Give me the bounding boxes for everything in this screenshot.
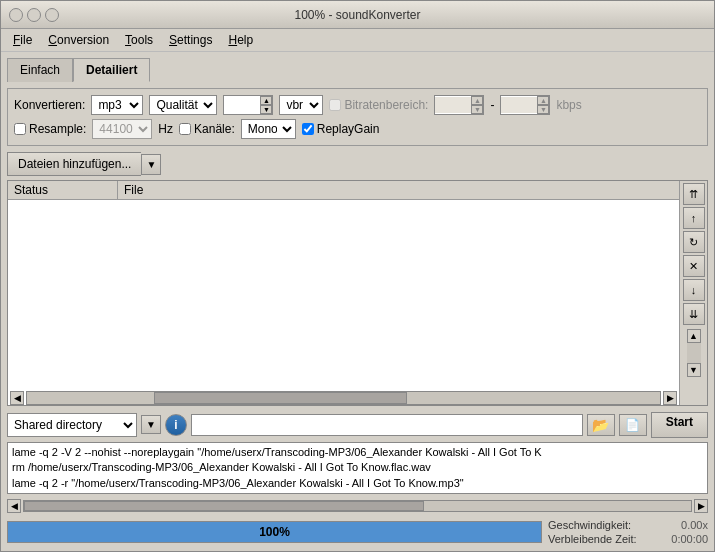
refresh-btn[interactable]: ↻	[683, 231, 705, 253]
tab-einfach[interactable]: Einfach	[7, 58, 73, 82]
move-down-btn[interactable]: ↓	[683, 279, 705, 301]
start-button[interactable]: Start	[651, 412, 708, 438]
bitratenbereich-label: Bitratenbereich:	[344, 98, 428, 112]
file-hscroll-left[interactable]: ◀	[10, 391, 24, 405]
log-hscroll-left[interactable]: ◀	[7, 499, 21, 513]
quality-select[interactable]: Qualität	[149, 95, 217, 115]
bitrate-max-up: ▲	[537, 96, 549, 105]
resample-checkbox[interactable]	[14, 123, 26, 135]
log-hscroll-row: ◀ ▶	[7, 499, 708, 513]
resample-label: Resample:	[29, 122, 86, 136]
konvertieren-row: Konvertieren: mp3 Qualität 75 ▲ ▼ vbr	[14, 95, 701, 115]
menu-bar: File Conversion Tools Settings Help	[1, 29, 714, 52]
replaygain-checkbox[interactable]	[302, 123, 314, 135]
menu-tools[interactable]: Tools	[117, 31, 161, 49]
folder-open-btn[interactable]: 📂	[587, 414, 615, 436]
shared-dir-select[interactable]: Shared directory	[7, 413, 137, 437]
file-btn[interactable]: 📄	[619, 414, 647, 436]
kanale-select[interactable]: Mono	[241, 119, 296, 139]
window-controls	[9, 8, 59, 22]
remaining-value: 0:00:00	[671, 533, 708, 545]
file-hscroll-right[interactable]: ▶	[663, 391, 677, 405]
file-vscroll-down[interactable]: ▼	[687, 363, 701, 377]
file-hscrollbar[interactable]	[26, 391, 661, 405]
file-list-body	[8, 200, 679, 391]
quality-down-btn[interactable]: ▼	[260, 105, 272, 114]
file-vscroll-track	[687, 343, 701, 363]
konvertieren-label: Konvertieren:	[14, 98, 85, 112]
menu-file[interactable]: File	[5, 31, 40, 49]
dir-path-input[interactable]: /home/userx/Transcoding-MP3	[191, 414, 583, 436]
bitratenbereich-checkbox[interactable]	[329, 99, 341, 111]
kanale-label: Kanäle:	[194, 122, 235, 136]
bitrate-min-input: 64	[435, 97, 471, 113]
file-icon: 📄	[625, 418, 640, 432]
progress-row: 100% Geschwindigkeit: 0.00x Verbleibende…	[7, 519, 708, 545]
folder-icon: 📂	[592, 417, 609, 433]
stats-block: Geschwindigkeit: 0.00x Verbleibende Zeit…	[548, 519, 708, 545]
remove-btn[interactable]: ✕	[683, 255, 705, 277]
bitrate-max-input: 192	[501, 97, 537, 113]
col-status-header: Status	[8, 181, 118, 199]
minimize-btn[interactable]	[27, 8, 41, 22]
shared-dir-dropdown-btn[interactable]: ▼	[141, 415, 161, 434]
bitrate-max-btns: ▲ ▼	[537, 96, 549, 114]
move-up-btn[interactable]: ↑	[683, 207, 705, 229]
add-files-dropdown-btn[interactable]: ▼	[141, 154, 161, 175]
file-list-side-buttons: ⇈ ↑ ↻ ✕ ↓ ⇊ ▲ ▼	[679, 181, 707, 405]
log-hscrollbar[interactable]	[23, 500, 692, 512]
settings-panel: Konvertieren: mp3 Qualität 75 ▲ ▼ vbr	[7, 88, 708, 146]
file-list: Status File ◀ ▶	[8, 181, 679, 405]
speed-value: 0.00x	[681, 519, 708, 531]
spinbox-buttons: ▲ ▼	[260, 96, 272, 114]
speed-row: Geschwindigkeit: 0.00x	[548, 519, 708, 531]
hz-label: Hz	[158, 122, 173, 136]
col-file-header: File	[118, 181, 679, 199]
file-list-header: Status File	[8, 181, 679, 200]
quality-spinbox[interactable]: 75 ▲ ▼	[223, 95, 273, 115]
remaining-row: Verbleibende Zeit: 0:00:00	[548, 533, 708, 545]
bitrate-max-down: ▼	[537, 105, 549, 114]
log-area: lame -q 2 -V 2 --nohist --noreplaygain "…	[7, 442, 708, 494]
vbr-select[interactable]: vbr	[279, 95, 323, 115]
log-scrollbar-thumb	[24, 501, 424, 511]
speed-label: Geschwindigkeit:	[548, 519, 631, 531]
move-top-btn[interactable]: ⇈	[683, 183, 705, 205]
resample-row: Resample: 44100 Hz Kanäle: Mono ReplayGa…	[14, 119, 701, 139]
main-window: 100% - soundKonverter File Conversion To…	[0, 0, 715, 552]
log-hscroll-right[interactable]: ▶	[694, 499, 708, 513]
quality-up-btn[interactable]: ▲	[260, 96, 272, 105]
format-select[interactable]: mp3	[91, 95, 143, 115]
log-line-1: lame -q 2 -V 2 --nohist --noreplaygain "…	[12, 445, 703, 460]
close-btn[interactable]	[9, 8, 23, 22]
file-vscroll: ▲ ▼	[687, 329, 701, 377]
menu-settings[interactable]: Settings	[161, 31, 220, 49]
progress-bar-container: 100%	[7, 521, 542, 543]
tab-detailiert[interactable]: Detailiert	[73, 58, 150, 82]
bitrate-min-spinbox: 64 ▲ ▼	[434, 95, 484, 115]
log-line-3: lame -q 2 -r "/home/userx/Transcoding-MP…	[12, 476, 703, 491]
tab-bar: Einfach Detailiert	[7, 58, 708, 82]
bottom-directory-row: Shared directory ▼ i /home/userx/Transco…	[7, 412, 708, 438]
maximize-btn[interactable]	[45, 8, 59, 22]
kanale-checkbox-label: Kanäle:	[179, 122, 235, 136]
title-bar: 100% - soundKonverter	[1, 1, 714, 29]
resample-select[interactable]: 44100	[92, 119, 152, 139]
kanale-checkbox[interactable]	[179, 123, 191, 135]
window-title: 100% - soundKonverter	[294, 8, 420, 22]
move-bottom-btn[interactable]: ⇊	[683, 303, 705, 325]
file-list-hscroll: ◀ ▶	[8, 391, 679, 405]
file-vscroll-up[interactable]: ▲	[687, 329, 701, 343]
menu-conversion[interactable]: Conversion	[40, 31, 117, 49]
remaining-label: Verbleibende Zeit:	[548, 533, 637, 545]
bitrate-min-btns: ▲ ▼	[471, 96, 483, 114]
progress-text: 100%	[8, 522, 541, 542]
file-list-container: Status File ◀ ▶ ⇈ ↑ ↻ ✕ ↓	[7, 180, 708, 406]
bitrate-separator: -	[490, 98, 494, 112]
quality-value-input[interactable]: 75	[224, 97, 260, 113]
replaygain-checkbox-label: ReplayGain	[302, 122, 380, 136]
add-files-button[interactable]: Dateien hinzufügen...	[7, 152, 141, 176]
info-button[interactable]: i	[165, 414, 187, 436]
info-icon: i	[174, 418, 177, 432]
menu-help[interactable]: Help	[220, 31, 261, 49]
